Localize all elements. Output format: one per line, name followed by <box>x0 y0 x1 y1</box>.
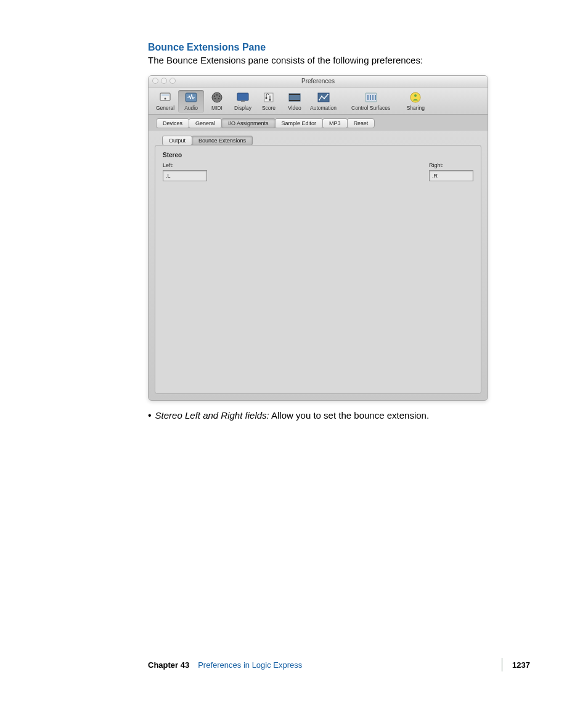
footer-page-number: 1237 <box>512 660 530 670</box>
svg-point-8 <box>214 98 216 99</box>
toolbar-audio-button[interactable]: Audio <box>178 90 204 113</box>
toolbar-label: General <box>156 105 174 111</box>
bullet-desc: Allow you to set the bounce extension. <box>269 410 429 421</box>
right-field-column: Right: <box>429 162 473 181</box>
video-icon <box>287 91 302 104</box>
svg-point-19 <box>319 99 320 101</box>
sharing-icon <box>408 91 423 104</box>
subtab-mp3[interactable]: MP3 <box>322 118 348 128</box>
left-label: Left: <box>163 162 207 168</box>
svg-point-14 <box>269 99 271 101</box>
svg-point-22 <box>327 94 329 95</box>
bullet-term: Stereo Left and Right fields: <box>155 410 269 421</box>
section-intro: The Bounce Extensions pane consists of t… <box>148 54 530 67</box>
io-assignments-pane: OutputBounce Extensions Stereo Left: Rig… <box>155 132 481 394</box>
page-footer: Chapter 43 Preferences in Logic Express … <box>148 658 530 671</box>
toolbar-midi-button[interactable]: MIDI <box>204 90 230 113</box>
svg-point-6 <box>219 96 220 97</box>
toolbar-video-button[interactable]: Video <box>282 90 308 113</box>
toolbar-control-surfaces-button[interactable]: Control Surfaces <box>349 90 393 113</box>
close-icon[interactable] <box>152 78 158 84</box>
traffic-lights <box>152 78 176 84</box>
automation-icon <box>316 91 331 104</box>
svg-point-29 <box>414 94 417 97</box>
toolbar-label: Score <box>262 105 276 111</box>
svg-rect-24 <box>367 95 369 100</box>
subtab-io-assignments[interactable]: I/O Assignments <box>221 118 276 128</box>
svg-point-4 <box>212 92 222 102</box>
innertab-output[interactable]: Output <box>162 136 192 146</box>
score-icon <box>261 91 276 104</box>
subtab-devices[interactable]: Devices <box>156 118 189 128</box>
svg-rect-27 <box>375 95 376 100</box>
toolbar-label: Video <box>288 105 301 111</box>
svg-point-28 <box>410 92 420 102</box>
left-input[interactable] <box>163 170 207 181</box>
subtab-reset[interactable]: Reset <box>347 118 375 128</box>
control-icon <box>364 91 378 104</box>
svg-rect-17 <box>289 100 300 101</box>
display-icon <box>235 91 250 104</box>
window-title: Preferences <box>301 78 335 84</box>
svg-point-9 <box>218 98 219 99</box>
right-input[interactable] <box>429 170 473 181</box>
right-label: Right: <box>429 162 473 168</box>
toolbar-label: Control Surfaces <box>351 105 390 111</box>
left-field-column: Left: <box>163 162 207 181</box>
svg-rect-16 <box>289 94 300 95</box>
svg-rect-25 <box>370 95 371 100</box>
toolbar-general-button[interactable]: General <box>152 90 178 113</box>
toolbar-label: Display <box>234 105 251 111</box>
bullet-item: • Stereo Left and Right fields: Allow yo… <box>148 409 530 422</box>
footer-chapter: Chapter 43 <box>148 660 189 670</box>
svg-point-20 <box>321 96 322 97</box>
toolbar-label: Automation <box>310 105 337 111</box>
preferences-toolbar: GeneralAudioMIDIDisplayScoreVideoAutomat… <box>149 88 488 115</box>
svg-rect-1 <box>161 94 169 96</box>
toolbar-display-button[interactable]: Display <box>230 90 256 113</box>
preferences-window: Preferences GeneralAudioMIDIDisplayScore… <box>148 75 488 401</box>
subtab-general[interactable]: General <box>189 118 222 128</box>
svg-point-2 <box>165 97 166 99</box>
general-icon <box>158 91 173 104</box>
svg-rect-26 <box>372 95 374 100</box>
midi-icon <box>210 91 224 104</box>
minimize-icon[interactable] <box>161 78 167 84</box>
audio-icon <box>184 91 198 104</box>
audio-subtabs: DevicesGeneralI/O AssignmentsSample Edit… <box>149 115 488 131</box>
stereo-groupbox: Stereo Left: Right: <box>155 145 481 394</box>
footer-divider <box>502 658 502 671</box>
toolbar-sharing-button[interactable]: Sharing <box>402 90 428 113</box>
section-heading: Bounce Extensions Pane <box>148 42 530 53</box>
io-inner-tabs: OutputBounce Extensions <box>162 136 481 146</box>
stereo-group-label: Stereo <box>163 152 473 158</box>
toolbar-automation-button[interactable]: Automation <box>308 90 339 113</box>
subtab-sample-editor[interactable]: Sample Editor <box>275 118 324 128</box>
svg-rect-11 <box>241 101 245 102</box>
svg-point-13 <box>266 97 267 99</box>
toolbar-score-button[interactable]: Score <box>256 90 282 113</box>
toolbar-label: MIDI <box>211 105 223 111</box>
toolbar-label: Sharing <box>407 105 425 111</box>
svg-point-21 <box>324 98 325 99</box>
svg-point-5 <box>214 96 215 97</box>
window-titlebar: Preferences <box>149 76 488 88</box>
zoom-icon[interactable] <box>169 78 176 84</box>
footer-title: Preferences in Logic Express <box>198 660 302 670</box>
svg-point-7 <box>216 94 218 96</box>
svg-rect-10 <box>237 93 248 101</box>
innertab-bounce-extensions[interactable]: Bounce Extensions <box>192 136 253 146</box>
toolbar-label: Audio <box>184 105 198 111</box>
bullet-dot: • <box>148 411 152 421</box>
